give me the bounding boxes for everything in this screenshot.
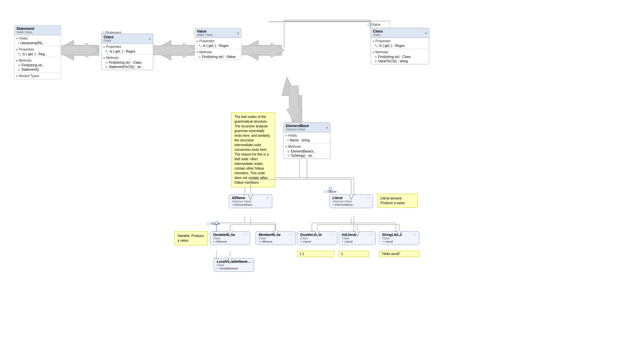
value-method-find: ⚙ Find(string str) : IValue <box>195 55 241 59</box>
wrench-icon3: 🔧 <box>198 44 202 48</box>
elementbase-subtitle: Abstract Class <box>286 128 309 131</box>
class-methods-section: ▸ Methods ⚙ Find(string str) : Class ⚙ S… <box>102 55 153 70</box>
intliteral-chevron: ⋯ <box>369 233 373 237</box>
class-method-stmtcs: ⚙ StatementToCS() : str... <box>102 65 153 69</box>
literal-header: Literal ⋯ <box>332 196 370 200</box>
class-right-methods-section: ▸ Methods ⚙ Find(string str) : Class ⚙ V… <box>371 49 429 64</box>
value-subtitle: Static Class <box>197 33 213 37</box>
chevron-icon4: ∧ <box>326 126 328 129</box>
class-right-method-valuecs: ⚙ ValueToCS() : string <box>371 59 429 63</box>
gear-icon3: ⚙ <box>105 61 108 64</box>
class-right-title: Class <box>373 29 383 33</box>
chevron-icon: ∧ <box>149 37 151 41</box>
triangle-icon3: ▸ <box>16 59 18 62</box>
elementbase-field-name: ● Name : string <box>284 138 330 142</box>
class-right-box: Class Class ∧ ▸ Properties 🔧 Is { get; }… <box>371 28 429 64</box>
stringliteral-chevron: ⋯ <box>413 233 416 237</box>
class-props-section: ▸ Properties 🔧 Is { get; } : Regex <box>102 44 153 55</box>
gear-icon7: ⚙ <box>374 60 377 63</box>
class-props-header: ▸ Properties <box>102 44 153 49</box>
statement-methods-header: ▸ Methods <box>14 58 61 63</box>
variablename-extends: + AllName <box>213 240 247 243</box>
class-subtitle: Class <box>104 39 113 42</box>
variablename-chevron: ⋯ <box>244 233 247 237</box>
doubleliteral-chevron: ⋯ <box>331 233 334 237</box>
value-title: Value <box>197 29 213 33</box>
wrench-icon: 🔧 <box>18 53 21 56</box>
intliteral-header: IntLiteral ⋯ <box>342 233 373 237</box>
localvariable-subtitle: Class <box>217 263 251 267</box>
statement-fields-header: ▸ Fields <box>14 36 61 41</box>
statement-props-section: ▸ Properties 🔧 Is { get; } : Reg... <box>14 46 61 57</box>
doubleliteral-box: DoubleLiteral ⋯ Class + Literal <box>297 231 337 245</box>
statement-fields-section: ▸ Fields ● classesImplISt... <box>14 35 61 46</box>
intliteral-title: IntLiteral <box>342 233 356 237</box>
ivalue-mid-label: IValue <box>324 190 337 193</box>
localvariable-header: LocalVariableName... ⋯ <box>217 260 251 263</box>
localvariable-chevron: ⋯ <box>250 260 254 263</box>
allname-chevron: ⋯ <box>266 196 269 200</box>
allname-title: AllName <box>232 196 245 200</box>
svg-marker-28 <box>286 85 301 122</box>
svg-marker-27 <box>241 43 284 58</box>
statement-props-header: ▸ Properties <box>14 47 61 52</box>
statement-field-classes: ● classesImplISt... <box>14 41 61 45</box>
stringliteral-extends: + Literal <box>382 240 416 243</box>
triangle-icon9: ▸ <box>373 40 374 43</box>
wrench-icon4: 🔧 <box>374 44 378 48</box>
variable-note-box: Variable. Produce a value. <box>174 231 208 245</box>
gear-icon: ⚙ <box>18 64 20 67</box>
class-right-methods-header: ▸ Methods <box>371 50 429 55</box>
statement-subtitle: Static Class <box>16 31 34 34</box>
value-header: Value Static Class ∧ <box>195 28 241 38</box>
literal-box: Literal ⋯ Abstract Class + ElementBase <box>329 194 373 208</box>
triangle-icon4: ▸ <box>16 74 18 77</box>
ivalue-top-label: IValue <box>368 23 381 26</box>
class-prop-is: 🔧 Is { get; } : Regex <box>102 49 153 54</box>
membername-extends: + AllName <box>259 240 293 243</box>
triangle-icon12: ▸ <box>286 145 287 148</box>
ivalue-bottom-label: IValue <box>207 222 220 226</box>
statement-methods-section: ▸ Methods ⚙ Find(string str... ⚙ Stateme… <box>14 57 61 73</box>
elementbase-title: ElementBase <box>286 124 309 128</box>
value-methods-section: ▸ Methods ⚙ Find(string str) : IValue <box>195 49 241 60</box>
stringliteral-subtitle: Class <box>382 237 416 240</box>
elementbase-methods-section: ▸ Methods ⚙ ElementBase(s... ⚙ ToString(… <box>284 143 330 159</box>
triangle-icon6: ▸ <box>104 56 105 59</box>
circle-icon2: ● <box>287 139 289 142</box>
elementbase-method-ctor: ⚙ ElementBase(s... <box>284 149 330 154</box>
elementbase-box: ElementBase Abstract Class ∧ ▸ Fields ● … <box>283 122 330 159</box>
value-box: Value Static Class ∧ ▸ Properties 🔧 Is {… <box>195 28 241 60</box>
elementbase-fields-header: ▸ Fields <box>284 133 330 138</box>
chevron-icon3: ∧ <box>425 31 427 35</box>
stringliteral-box: StringLiteral ⋯ Class + Literal <box>379 231 419 245</box>
doubleliteral-header: DoubleLiteral ⋯ <box>300 233 334 237</box>
allname-extends: + ElementBase <box>232 203 269 206</box>
membername-header: MemberName ⋯ <box>259 233 293 237</box>
class-right-prop-is: 🔧 Is { get; } : Regex <box>371 44 429 48</box>
arrow-value-to-right <box>241 43 284 58</box>
triangle-icon8: ▸ <box>197 51 198 54</box>
intliteral-subtitle: Class <box>342 237 373 240</box>
statement-method-find: ⚙ Find(string str... <box>14 63 61 67</box>
membername-subtitle: Class <box>259 237 293 240</box>
intliteral-box: IntLiteral ⋯ Class + Literal <box>339 231 376 245</box>
svg-marker-25 <box>55 43 99 58</box>
triangle-icon5: ▸ <box>104 45 105 48</box>
arrow-down-to-elementbase <box>286 85 301 122</box>
circle-icon: ● <box>18 42 19 45</box>
gear-icon4: ⚙ <box>105 65 108 69</box>
allname-subtitle: Abstract Class <box>232 200 269 203</box>
class-right-props-header: ▸ Properties <box>371 39 429 44</box>
allname-header: AllName ⋯ <box>232 196 269 200</box>
doubleliteral-extends: + Literal <box>300 240 334 243</box>
ivalue-mid-circle <box>324 190 326 193</box>
localvariable-extends: + VariableName <box>217 267 251 270</box>
class-right-props-section: ▸ Properties 🔧 Is { get; } : Regex <box>371 38 429 49</box>
statement-prop-is: 🔧 Is { get; } : Reg... <box>14 52 61 56</box>
localvariable-box: LocalVariableName... ⋯ Class + VariableN… <box>214 258 254 272</box>
statement-box: Statement Static Class ▸ Fields ● classe… <box>14 25 61 79</box>
literal-note-box: Literal amount. Produce a value. <box>377 194 418 208</box>
variablename-subtitle: Class <box>213 237 247 240</box>
gear-icon6: ⚙ <box>374 55 377 59</box>
